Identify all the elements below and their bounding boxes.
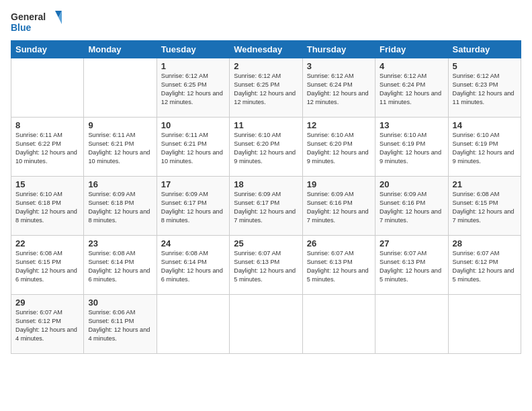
calendar-cell: 5 Sunrise: 6:12 AM Sunset: 6:23 PM Dayli… xyxy=(448,58,521,118)
day-number: 27 xyxy=(380,238,443,248)
day-info: Sunrise: 6:11 AM Sunset: 6:21 PM Dayligh… xyxy=(161,131,225,166)
day-info: Sunrise: 6:10 AM Sunset: 6:19 PM Dayligh… xyxy=(380,131,443,166)
header: General Blue xyxy=(11,8,521,35)
day-number: 14 xyxy=(453,120,517,130)
calendar-cell xyxy=(375,295,448,354)
calendar-week-row: 29 Sunrise: 6:07 AM Sunset: 6:12 PM Dayl… xyxy=(11,295,521,354)
day-number: 20 xyxy=(380,179,443,189)
calendar-cell: 13 Sunrise: 6:10 AM Sunset: 6:19 PM Dayl… xyxy=(375,118,448,177)
calendar-cell: 12 Sunrise: 6:10 AM Sunset: 6:20 PM Dayl… xyxy=(302,118,375,177)
calendar-table: SundayMondayTuesdayWednesdayThursdayFrid… xyxy=(11,40,521,354)
calendar-cell: 11 Sunrise: 6:10 AM Sunset: 6:20 PM Dayl… xyxy=(230,118,302,177)
calendar-cell: 4 Sunrise: 6:12 AM Sunset: 6:24 PM Dayli… xyxy=(375,58,448,118)
day-number: 5 xyxy=(453,61,517,71)
page: General Blue SundayMondayTuesdayWednesda… xyxy=(0,0,532,411)
day-number: 1 xyxy=(161,61,225,71)
calendar-cell: 21 Sunrise: 6:08 AM Sunset: 6:15 PM Dayl… xyxy=(448,177,521,236)
day-number: 28 xyxy=(453,238,517,248)
day-number: 21 xyxy=(453,179,517,189)
day-info: Sunrise: 6:10 AM Sunset: 6:18 PM Dayligh… xyxy=(15,190,79,225)
day-info: Sunrise: 6:11 AM Sunset: 6:22 PM Dayligh… xyxy=(15,131,79,166)
day-number: 8 xyxy=(15,120,79,130)
calendar-cell: 24 Sunrise: 6:08 AM Sunset: 6:14 PM Dayl… xyxy=(157,236,229,295)
calendar-cell: 25 Sunrise: 6:07 AM Sunset: 6:13 PM Dayl… xyxy=(230,236,302,295)
day-number: 12 xyxy=(307,120,371,130)
day-number: 29 xyxy=(15,298,79,308)
day-number: 10 xyxy=(161,120,225,130)
calendar-cell: 15 Sunrise: 6:10 AM Sunset: 6:18 PM Dayl… xyxy=(11,177,84,236)
day-info: Sunrise: 6:06 AM Sunset: 6:11 PM Dayligh… xyxy=(88,308,152,343)
calendar-cell: 23 Sunrise: 6:08 AM Sunset: 6:14 PM Dayl… xyxy=(84,236,157,295)
calendar-week-row: 22 Sunrise: 6:08 AM Sunset: 6:15 PM Dayl… xyxy=(11,236,521,295)
day-info: Sunrise: 6:12 AM Sunset: 6:24 PM Dayligh… xyxy=(307,72,371,107)
weekday-header: Thursday xyxy=(302,41,375,58)
day-info: Sunrise: 6:08 AM Sunset: 6:14 PM Dayligh… xyxy=(88,249,152,284)
calendar-cell xyxy=(11,58,84,118)
day-info: Sunrise: 6:10 AM Sunset: 6:19 PM Dayligh… xyxy=(453,131,517,166)
calendar-cell xyxy=(84,58,157,118)
day-number: 23 xyxy=(88,238,152,248)
logo-svg: General Blue xyxy=(11,8,64,35)
day-info: Sunrise: 6:09 AM Sunset: 6:17 PM Dayligh… xyxy=(161,190,225,225)
day-number: 18 xyxy=(234,179,298,189)
calendar-cell xyxy=(230,295,302,354)
calendar-cell: 17 Sunrise: 6:09 AM Sunset: 6:17 PM Dayl… xyxy=(157,177,229,236)
day-info: Sunrise: 6:12 AM Sunset: 6:24 PM Dayligh… xyxy=(380,72,443,107)
day-number: 30 xyxy=(88,298,152,308)
day-number: 4 xyxy=(380,61,443,71)
day-info: Sunrise: 6:09 AM Sunset: 6:18 PM Dayligh… xyxy=(88,190,152,225)
calendar-cell: 19 Sunrise: 6:09 AM Sunset: 6:16 PM Dayl… xyxy=(302,177,375,236)
calendar-cell: 3 Sunrise: 6:12 AM Sunset: 6:24 PM Dayli… xyxy=(302,58,375,118)
day-number: 26 xyxy=(307,238,371,248)
day-number: 25 xyxy=(234,238,298,248)
day-number: 2 xyxy=(234,61,298,71)
calendar-cell: 2 Sunrise: 6:12 AM Sunset: 6:25 PM Dayli… xyxy=(230,58,302,118)
calendar-week-row: 15 Sunrise: 6:10 AM Sunset: 6:18 PM Dayl… xyxy=(11,177,521,236)
svg-text:General: General xyxy=(11,11,46,22)
day-number: 15 xyxy=(15,179,79,189)
day-number: 13 xyxy=(380,120,443,130)
day-info: Sunrise: 6:11 AM Sunset: 6:21 PM Dayligh… xyxy=(88,131,152,166)
day-info: Sunrise: 6:08 AM Sunset: 6:15 PM Dayligh… xyxy=(453,190,517,225)
calendar-cell: 14 Sunrise: 6:10 AM Sunset: 6:19 PM Dayl… xyxy=(448,118,521,177)
svg-text:Blue: Blue xyxy=(11,22,32,33)
weekday-header: Monday xyxy=(84,41,157,58)
calendar-week-row: 8 Sunrise: 6:11 AM Sunset: 6:22 PM Dayli… xyxy=(11,118,521,177)
day-info: Sunrise: 6:12 AM Sunset: 6:25 PM Dayligh… xyxy=(234,72,298,107)
calendar-cell: 9 Sunrise: 6:11 AM Sunset: 6:21 PM Dayli… xyxy=(84,118,157,177)
logo: General Blue xyxy=(11,8,64,35)
day-number: 11 xyxy=(234,120,298,130)
day-info: Sunrise: 6:12 AM Sunset: 6:25 PM Dayligh… xyxy=(161,72,225,107)
day-info: Sunrise: 6:10 AM Sunset: 6:20 PM Dayligh… xyxy=(234,131,298,166)
day-info: Sunrise: 6:08 AM Sunset: 6:15 PM Dayligh… xyxy=(15,249,79,284)
day-number: 3 xyxy=(307,61,371,71)
weekday-header: Wednesday xyxy=(230,41,302,58)
calendar-cell: 16 Sunrise: 6:09 AM Sunset: 6:18 PM Dayl… xyxy=(84,177,157,236)
calendar-cell: 10 Sunrise: 6:11 AM Sunset: 6:21 PM Dayl… xyxy=(157,118,229,177)
day-info: Sunrise: 6:09 AM Sunset: 6:17 PM Dayligh… xyxy=(234,190,298,225)
day-info: Sunrise: 6:07 AM Sunset: 6:12 PM Dayligh… xyxy=(15,308,79,343)
header-row: SundayMondayTuesdayWednesdayThursdayFrid… xyxy=(11,41,521,58)
calendar-cell: 30 Sunrise: 6:06 AM Sunset: 6:11 PM Dayl… xyxy=(84,295,157,354)
day-info: Sunrise: 6:12 AM Sunset: 6:23 PM Dayligh… xyxy=(453,72,517,107)
day-info: Sunrise: 6:07 AM Sunset: 6:13 PM Dayligh… xyxy=(234,249,298,284)
calendar-cell: 8 Sunrise: 6:11 AM Sunset: 6:22 PM Dayli… xyxy=(11,118,84,177)
calendar-cell xyxy=(157,295,229,354)
calendar-cell xyxy=(448,295,521,354)
calendar-cell: 20 Sunrise: 6:09 AM Sunset: 6:16 PM Dayl… xyxy=(375,177,448,236)
day-info: Sunrise: 6:09 AM Sunset: 6:16 PM Dayligh… xyxy=(380,190,443,225)
day-info: Sunrise: 6:07 AM Sunset: 6:13 PM Dayligh… xyxy=(380,249,443,284)
calendar-cell: 22 Sunrise: 6:08 AM Sunset: 6:15 PM Dayl… xyxy=(11,236,84,295)
day-info: Sunrise: 6:08 AM Sunset: 6:14 PM Dayligh… xyxy=(161,249,225,284)
calendar-cell: 18 Sunrise: 6:09 AM Sunset: 6:17 PM Dayl… xyxy=(230,177,302,236)
day-number: 17 xyxy=(161,179,225,189)
day-number: 22 xyxy=(15,238,79,248)
calendar-cell xyxy=(302,295,375,354)
day-info: Sunrise: 6:07 AM Sunset: 6:12 PM Dayligh… xyxy=(453,249,517,284)
day-info: Sunrise: 6:10 AM Sunset: 6:20 PM Dayligh… xyxy=(307,131,371,166)
calendar-cell: 1 Sunrise: 6:12 AM Sunset: 6:25 PM Dayli… xyxy=(157,58,229,118)
calendar-week-row: 1 Sunrise: 6:12 AM Sunset: 6:25 PM Dayli… xyxy=(11,58,521,118)
calendar-cell: 27 Sunrise: 6:07 AM Sunset: 6:13 PM Dayl… xyxy=(375,236,448,295)
day-number: 9 xyxy=(88,120,152,130)
day-number: 24 xyxy=(161,238,225,248)
